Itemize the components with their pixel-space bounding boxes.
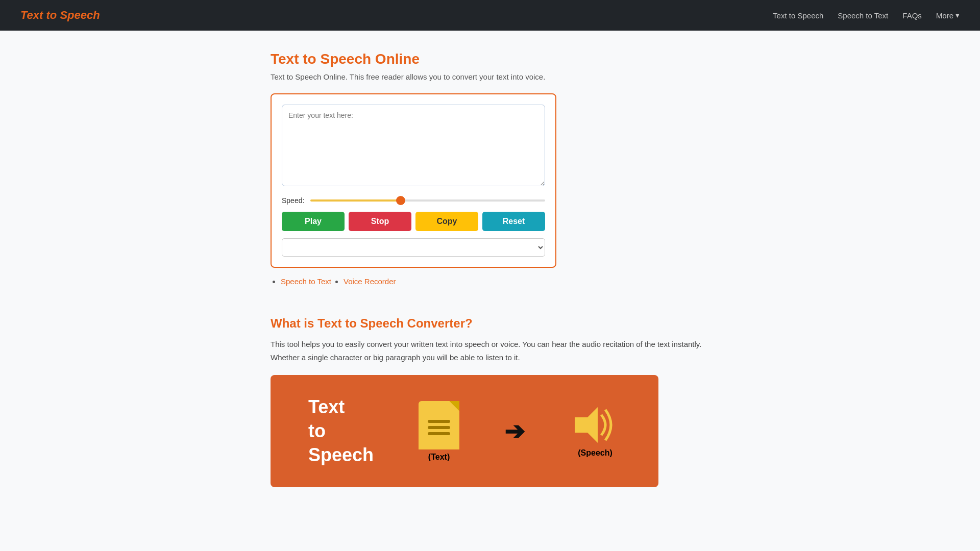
- speaker-icon: [570, 405, 621, 445]
- reset-button[interactable]: Reset: [482, 212, 545, 231]
- play-button[interactable]: Play: [282, 212, 345, 231]
- illus-heading: TexttoSpeech: [308, 395, 374, 467]
- speed-row: Speed:: [282, 196, 545, 205]
- speech-to-text-link[interactable]: Speech to Text: [281, 277, 331, 286]
- section2: What is Text to Speech Converter? This t…: [260, 306, 720, 487]
- text-input[interactable]: [282, 105, 545, 186]
- voice-recorder-link-item: Voice Recorder: [344, 277, 396, 286]
- main-content: Text to Speech Online Text to Speech Onl…: [260, 31, 720, 306]
- navbar: Text to Speech Text to Speech Speech to …: [0, 0, 980, 31]
- copy-button[interactable]: Copy: [415, 212, 478, 231]
- nav-text-to-speech[interactable]: Text to Speech: [773, 11, 823, 20]
- illus-label: TexttoSpeech: [308, 395, 374, 467]
- voice-recorder-link[interactable]: Voice Recorder: [344, 277, 396, 286]
- speaker-svg: [570, 405, 621, 445]
- brand-logo[interactable]: Text to Speech: [20, 9, 100, 22]
- doc-line-3: [428, 432, 450, 435]
- chevron-down-icon: ▾: [955, 11, 960, 20]
- nav-more-label: More: [936, 11, 953, 20]
- nav-speech-to-text[interactable]: Speech to Text: [838, 11, 888, 20]
- nav-links: Text to Speech Speech to Text FAQs More …: [773, 11, 960, 20]
- related-links: Speech to Text Voice Recorder: [271, 277, 709, 286]
- stop-button[interactable]: Stop: [349, 212, 411, 231]
- speed-slider[interactable]: [310, 199, 545, 202]
- doc-lines: [428, 420, 450, 435]
- illus-speaker-item: (Speech): [570, 405, 621, 458]
- svg-marker-0: [575, 407, 598, 443]
- doc-line-1: [428, 420, 450, 423]
- page-title: Text to Speech Online: [271, 51, 709, 67]
- speaker-label: (Speech): [578, 448, 612, 458]
- tool-box: Speed: Play Stop Copy Reset: [271, 93, 556, 268]
- nav-more-dropdown[interactable]: More ▾: [936, 11, 960, 20]
- page-subtitle: Text to Speech Online. This free reader …: [271, 72, 709, 81]
- buttons-row: Play Stop Copy Reset: [282, 212, 545, 231]
- doc-line-2: [428, 426, 450, 429]
- doc-label: (Text): [428, 453, 450, 462]
- section2-desc: This tool helps you to easily convert yo…: [271, 338, 709, 364]
- illustration-box: TexttoSpeech (Text) ➔: [271, 375, 658, 487]
- voice-select[interactable]: [282, 238, 545, 257]
- document-icon: [419, 401, 459, 449]
- section2-title: What is Text to Speech Converter?: [271, 316, 709, 331]
- nav-faqs[interactable]: FAQs: [902, 11, 922, 20]
- speed-label: Speed:: [282, 196, 304, 205]
- illus-doc-item: (Text): [419, 401, 459, 462]
- arrow-icon: ➔: [504, 417, 525, 445]
- speech-to-text-link-item: Speech to Text: [281, 277, 331, 286]
